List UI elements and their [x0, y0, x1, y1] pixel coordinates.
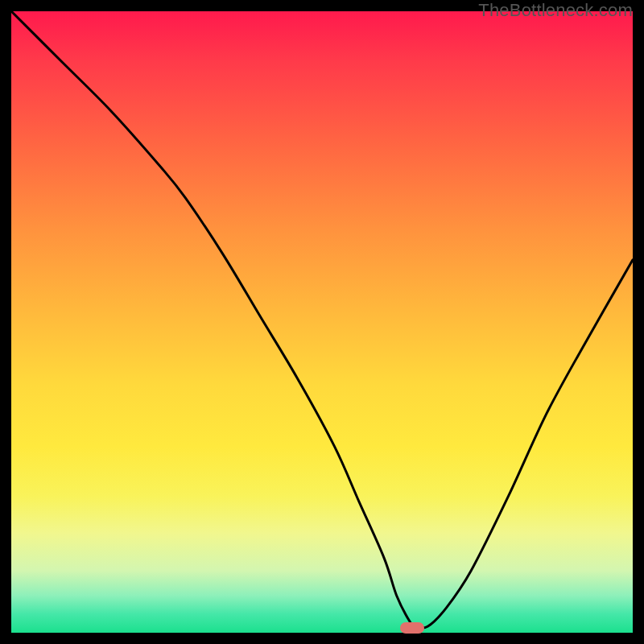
bottleneck-curve [11, 11, 633, 633]
chart-frame: TheBottleneck.com [0, 0, 644, 644]
plot-area: TheBottleneck.com [11, 11, 633, 633]
optimal-marker [400, 622, 424, 634]
